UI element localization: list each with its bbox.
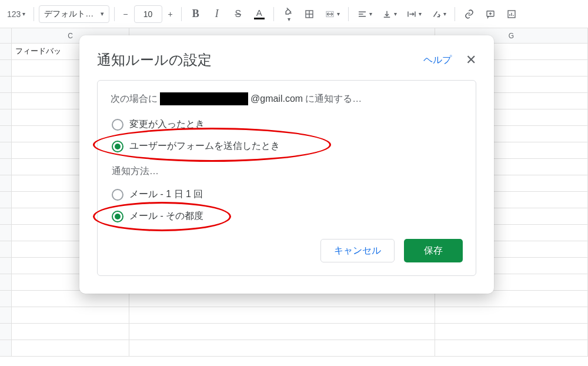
svg-point-0 bbox=[290, 12, 291, 14]
radio-label: メール - その都度 bbox=[129, 210, 203, 222]
insert-link-button[interactable] bbox=[460, 5, 479, 24]
notify-line: 次の場合に @gmail.com に通知する… bbox=[111, 92, 463, 105]
notify-suffix: に通知する… bbox=[305, 93, 362, 105]
number-format-label: 123 bbox=[7, 9, 21, 19]
number-format-dropdown[interactable]: 123 bbox=[4, 5, 29, 24]
text-wrap-button[interactable] bbox=[403, 5, 425, 24]
method-section-label: 通知方法… bbox=[112, 165, 463, 178]
borders-button[interactable] bbox=[300, 5, 319, 24]
email-domain: @gmail.com bbox=[250, 94, 303, 104]
valign-bottom-icon bbox=[382, 9, 392, 19]
cancel-button[interactable]: キャンセル bbox=[320, 239, 395, 262]
paint-bucket-icon bbox=[283, 5, 293, 16]
comment-plus-icon bbox=[485, 9, 496, 19]
redacted-email-user bbox=[160, 92, 248, 105]
merge-cells-button[interactable] bbox=[321, 5, 343, 24]
radio-label: ユーザーがフォームを送信したとき bbox=[129, 140, 280, 152]
borders-icon bbox=[304, 9, 315, 19]
radio-icon bbox=[112, 189, 123, 201]
font-size-value: 10 bbox=[143, 9, 153, 19]
chart-icon bbox=[506, 9, 517, 19]
bold-button[interactable]: B bbox=[186, 5, 205, 24]
toolbar: 123 デフォルト… ▾ − 10 + B I S A bbox=[0, 0, 588, 28]
merge-icon bbox=[325, 9, 335, 19]
separator bbox=[348, 7, 349, 21]
separator bbox=[273, 7, 274, 21]
notify-prefix: 次の場合に bbox=[111, 93, 158, 105]
dialog-body: 次の場合に @gmail.com に通知する… 変更が入ったとき ユーザーがフォ… bbox=[97, 80, 476, 276]
font-family-value: デフォルト… bbox=[44, 9, 101, 19]
separator bbox=[455, 7, 455, 21]
separator bbox=[34, 7, 34, 21]
radio-when-changes[interactable]: 変更が入ったとき bbox=[111, 114, 463, 135]
font-size-decrease[interactable]: − bbox=[119, 5, 131, 24]
table-row[interactable] bbox=[0, 324, 588, 340]
horizontal-align-button[interactable] bbox=[353, 5, 376, 24]
align-left-icon bbox=[357, 9, 368, 19]
font-size-input[interactable]: 10 bbox=[134, 5, 162, 23]
radio-icon bbox=[112, 141, 123, 152]
save-button[interactable]: 保存 bbox=[404, 239, 463, 262]
separator bbox=[181, 7, 182, 21]
rotation-icon bbox=[431, 9, 442, 19]
text-color-button[interactable]: A bbox=[250, 5, 269, 24]
font-family-select[interactable]: デフォルト… ▾ bbox=[39, 5, 109, 23]
font-size-increase[interactable]: + bbox=[165, 5, 176, 24]
insert-comment-button[interactable] bbox=[481, 5, 500, 24]
link-icon bbox=[464, 9, 475, 19]
fill-color-button[interactable] bbox=[279, 5, 298, 24]
table-row[interactable] bbox=[0, 340, 588, 357]
radio-method-daily[interactable]: メール - 1 日 1 回 bbox=[111, 184, 463, 205]
radio-label: 変更が入ったとき bbox=[129, 118, 205, 131]
dialog-title: 通知ルールの設定 bbox=[97, 51, 423, 69]
italic-button[interactable]: I bbox=[208, 5, 226, 24]
vertical-align-button[interactable] bbox=[378, 5, 400, 24]
table-row[interactable] bbox=[0, 307, 588, 324]
help-link[interactable]: ヘルプ bbox=[423, 54, 452, 66]
radio-label: メール - 1 日 1 回 bbox=[129, 188, 203, 201]
separator bbox=[114, 7, 115, 21]
strikethrough-button[interactable]: S bbox=[229, 5, 248, 24]
radio-when-form-submit[interactable]: ユーザーがフォームを送信したとき bbox=[111, 135, 463, 157]
insert-chart-button[interactable] bbox=[502, 5, 521, 24]
radio-method-immediate[interactable]: メール - その都度 bbox=[111, 205, 463, 227]
radio-icon bbox=[112, 119, 123, 131]
radio-icon bbox=[112, 211, 123, 222]
notification-rules-dialog: 通知ルールの設定 ヘルプ ✕ 次の場合に @gmail.com に通知する… 変… bbox=[79, 35, 494, 294]
close-icon[interactable]: ✕ bbox=[466, 54, 476, 66]
text-rotation-button[interactable] bbox=[427, 5, 450, 24]
wrap-icon bbox=[406, 9, 417, 19]
